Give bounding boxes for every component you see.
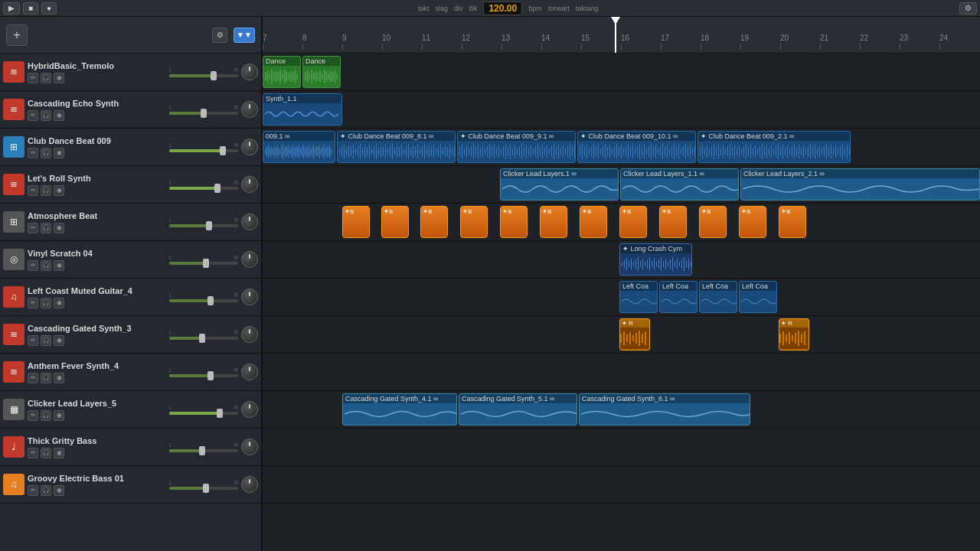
clip-club-009-1[interactable]: 009.1 ∞ <box>263 131 335 163</box>
clip-club-2-1[interactable]: ✦ Club Dance Beat 009_2.1 ∞ <box>697 131 851 163</box>
clip-left-coa-2[interactable]: Left Coa <box>659 281 697 313</box>
filter-button[interactable]: ▼▼ <box>234 28 255 43</box>
mute-btn-atmosphere[interactable]: ◉ <box>54 223 64 233</box>
fader-thumb-anthem[interactable] <box>207 371 214 380</box>
headphones-btn-groovy[interactable]: 🎧 <box>41 485 51 496</box>
headphones-btn-vinyl[interactable]: 🎧 <box>41 260 51 271</box>
toolbar-btn-3[interactable]: ● <box>41 2 57 15</box>
toolbar-right-btn[interactable]: ⚙ <box>959 2 977 15</box>
fader-thumb-cascading-echo[interactable] <box>201 109 207 118</box>
fader-track-lets-roll[interactable] <box>169 187 238 190</box>
drum-pad-4[interactable]: ✦S <box>460 206 488 238</box>
mute-btn-left-coast[interactable]: ◉ <box>54 298 64 308</box>
headphones-btn-anthem[interactable]: 🎧 <box>41 373 51 383</box>
clip-club-9-1[interactable]: ✦ Club Dance Beat 009_9.1 ∞ <box>457 131 576 163</box>
drum-pad-8[interactable]: ✦S <box>619 206 647 238</box>
fader-thumb-vinyl[interactable] <box>203 259 209 268</box>
headphones-btn-atmosphere[interactable]: 🎧 <box>41 223 51 233</box>
fader-track-club-dance[interactable] <box>169 149 238 152</box>
clip-club-8-1[interactable]: ✦ Club Dance Beat 009_8.1 ∞ <box>337 131 456 163</box>
vol-knob-cascading-gated[interactable] <box>241 326 258 343</box>
settings-icon[interactable]: ⚙ <box>212 28 227 43</box>
clip-long-crash[interactable]: ✦ Long Crash Cym <box>619 243 692 276</box>
clip-left-coa-4[interactable]: Left Coa <box>739 281 777 313</box>
fader-track-atmosphere[interactable] <box>169 224 238 227</box>
vol-knob-club-dance[interactable] <box>241 139 258 155</box>
fader-track-anthem[interactable] <box>169 374 238 377</box>
vol-knob-left-coast[interactable] <box>241 289 258 305</box>
drum-pad-3[interactable]: ✦S <box>420 206 448 238</box>
mute-btn-lets-roll[interactable]: ◉ <box>54 185 64 196</box>
clip-dance-2[interactable]: Dance <box>302 56 341 88</box>
fader-track-thick-bass[interactable] <box>169 449 238 452</box>
edit-btn-hybrid[interactable]: ✏ <box>28 73 38 83</box>
drum-pad-1[interactable]: ✦S <box>342 206 370 238</box>
edit-btn-groovy[interactable]: ✏ <box>28 485 38 496</box>
small-orange-pad-2[interactable]: ✦ R <box>779 318 809 350</box>
clip-clicker-2[interactable]: Clicker Lead Layers_1.1 ∞ <box>620 168 739 201</box>
fader-track-groovy[interactable] <box>169 487 238 490</box>
edit-btn-cascading-echo[interactable]: ✏ <box>28 110 38 121</box>
drum-pad-6[interactable]: ✦S <box>540 206 567 238</box>
fader-thumb-hybrid[interactable] <box>211 71 217 80</box>
mute-btn-thick-bass[interactable]: ◉ <box>54 448 64 458</box>
edit-btn-vinyl[interactable]: ✏ <box>28 260 38 271</box>
fader-thumb-cascading-gated[interactable] <box>199 334 205 343</box>
vol-knob-anthem[interactable] <box>241 364 258 380</box>
vol-knob-lets-roll[interactable] <box>241 176 258 193</box>
clip-left-coa-1[interactable]: Left Coa <box>619 281 658 313</box>
vol-knob-thick-bass[interactable] <box>241 439 258 455</box>
fader-thumb-thick-bass[interactable] <box>199 446 205 455</box>
fader-thumb-lets-roll[interactable] <box>214 184 220 193</box>
clip-cascading-5-1[interactable]: Cascading Gated Synth_5.1 ∞ <box>459 393 577 425</box>
headphones-btn-lets-roll[interactable]: 🎧 <box>41 185 51 196</box>
edit-btn-left-coast[interactable]: ✏ <box>28 298 38 308</box>
clip-left-coa-3[interactable]: Left Coa <box>699 281 737 313</box>
edit-btn-lets-roll[interactable]: ✏ <box>28 185 38 196</box>
toolbar-btn-2[interactable]: ■ <box>23 2 38 15</box>
fader-thumb-clicker[interactable] <box>217 409 223 418</box>
fader-track-left-coast[interactable] <box>169 299 238 302</box>
drum-pad-12[interactable]: ✦S <box>779 206 806 238</box>
edit-btn-clicker[interactable]: ✏ <box>28 410 38 421</box>
mute-btn-hybrid[interactable]: ◉ <box>54 73 64 83</box>
vol-knob-hybrid[interactable] <box>241 64 258 80</box>
vol-knob-atmosphere[interactable] <box>241 214 258 230</box>
clip-cascading-6-1[interactable]: Cascading Gated Synth_6.1 ∞ <box>579 393 750 425</box>
mute-btn-clicker[interactable]: ◉ <box>54 410 64 421</box>
mute-btn-groovy[interactable]: ◉ <box>54 485 64 496</box>
vol-knob-vinyl[interactable] <box>241 251 258 268</box>
clip-clicker-3[interactable]: Clicker Lead Layers_2.1 ∞ <box>740 168 980 201</box>
fader-thumb-club-dance[interactable] <box>220 146 226 155</box>
edit-btn-club-dance[interactable]: ✏ <box>28 148 38 158</box>
headphones-btn-cascading-gated[interactable]: 🎧 <box>41 335 51 346</box>
edit-btn-anthem[interactable]: ✏ <box>28 373 38 383</box>
clip-dance-1[interactable]: Dance <box>263 56 301 88</box>
headphones-btn-club-dance[interactable]: 🎧 <box>41 148 51 158</box>
drum-pad-10[interactable]: ✦S <box>699 206 727 238</box>
vol-knob-clicker[interactable] <box>241 401 258 418</box>
fader-track-hybrid[interactable] <box>169 74 238 77</box>
headphones-btn-clicker[interactable]: 🎧 <box>41 410 51 421</box>
mute-btn-club-dance[interactable]: ◉ <box>54 148 64 158</box>
drum-pad-11[interactable]: ✦S <box>739 206 766 238</box>
edit-btn-thick-bass[interactable]: ✏ <box>28 448 38 458</box>
mute-btn-cascading-echo[interactable]: ◉ <box>54 110 64 121</box>
clip-cascading-4-1[interactable]: Cascading Gated Synth_4.1 ∞ <box>342 393 457 425</box>
edit-btn-cascading-gated[interactable]: ✏ <box>28 335 38 346</box>
headphones-btn-hybrid[interactable]: 🎧 <box>41 73 51 83</box>
add-track-button[interactable]: + <box>6 24 28 46</box>
headphones-btn-thick-bass[interactable]: 🎧 <box>41 448 51 458</box>
clip-clicker-1[interactable]: Clicker Lead Layers.1 ∞ <box>500 168 619 201</box>
drum-pad-2[interactable]: ✦S <box>381 206 409 238</box>
tracks-scroll[interactable]: Dance Dance Synth_1.1 <box>263 54 980 551</box>
toolbar-btn-1[interactable]: ▶ <box>3 2 20 15</box>
small-orange-pad-1[interactable]: ✦ R <box>619 318 650 350</box>
fader-thumb-groovy[interactable] <box>203 484 209 493</box>
headphones-btn-left-coast[interactable]: 🎧 <box>41 298 51 308</box>
mute-btn-anthem[interactable]: ◉ <box>54 373 64 383</box>
fader-track-vinyl[interactable] <box>169 262 238 265</box>
drum-pad-5[interactable]: ✦S <box>500 206 528 238</box>
clip-club-10-1[interactable]: ✦ Club Dance Beat 009_10.1 ∞ <box>577 131 696 163</box>
drum-pad-7[interactable]: ✦S <box>580 206 607 238</box>
